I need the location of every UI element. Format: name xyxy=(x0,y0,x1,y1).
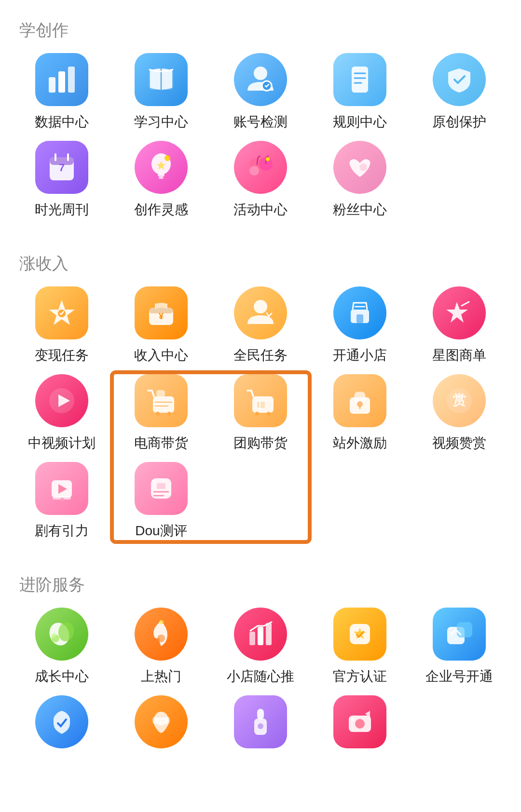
svg-rect-0 xyxy=(49,77,55,93)
icon-data-center xyxy=(35,53,88,106)
label-create-inspire: 创作灵感 xyxy=(134,201,188,219)
grid-item-fans-center[interactable]: 粉丝中心 xyxy=(313,141,407,219)
grid-item-create-inspire[interactable]: 创作灵感 xyxy=(114,141,208,219)
label-hot-topic: 上热门 xyxy=(141,667,181,686)
label-drama-gravity: 剧有引力 xyxy=(35,522,89,540)
icon-icon-b2 xyxy=(135,695,188,748)
svg-rect-1 xyxy=(58,71,65,93)
label-activity-center: 活动中心 xyxy=(233,201,288,219)
svg-point-56 xyxy=(160,620,164,624)
svg-point-35 xyxy=(167,412,171,416)
grid-item-time-weekly[interactable]: 7时光周刊 xyxy=(14,141,109,219)
svg-point-38 xyxy=(255,412,259,416)
grid-item-growth-center[interactable]: 成长中心 xyxy=(14,608,109,686)
icon-star-commerce xyxy=(433,286,486,339)
icon-rules-center xyxy=(333,53,386,106)
svg-rect-41 xyxy=(355,392,365,402)
label-monetize-task: 变现任务 xyxy=(35,346,89,365)
grid-item-enterprise-open[interactable]: 企业号开通 xyxy=(412,608,507,686)
grid-item-shop-promote[interactable]: 小店随心推 xyxy=(213,608,308,686)
label-income-center: 收入中心 xyxy=(134,346,188,365)
icon-mid-video xyxy=(35,374,88,427)
label-enterprise-open: 企业号开通 xyxy=(425,667,493,686)
icon-external-incentive xyxy=(333,374,386,427)
section-title-learn: 学创作 xyxy=(14,0,507,53)
grid-item-mid-video[interactable]: 中视频计划 xyxy=(14,374,109,452)
grid-item-activity-center[interactable]: 活动中心 xyxy=(213,141,308,219)
label-mid-video: 中视频计划 xyxy=(28,434,96,452)
grid-item-icon-b3[interactable] xyxy=(213,695,308,748)
icon-video-reward: 赏 xyxy=(433,374,486,427)
label-account-detect: 账号检测 xyxy=(233,113,288,131)
grid-item-original-protect[interactable]: 原创保护 xyxy=(412,53,507,131)
icon-original-protect xyxy=(433,53,486,106)
grid-item-rules-center[interactable]: 规则中心 xyxy=(313,53,407,131)
svg-point-70 xyxy=(355,719,365,729)
label-learn-center: 学习中心 xyxy=(134,113,188,131)
grid-item-star-commerce[interactable]: 星图商单 xyxy=(412,286,507,365)
svg-rect-31 xyxy=(356,314,363,323)
svg-rect-17 xyxy=(158,174,165,176)
grid-item-ecom-goods[interactable]: 电商带货 xyxy=(114,374,208,452)
svg-rect-57 xyxy=(249,632,255,645)
grid-item-account-detect[interactable]: 账号检测 xyxy=(213,53,308,131)
grid-item-monetize-task[interactable]: 变现任务 xyxy=(14,286,109,365)
svg-point-23 xyxy=(266,157,270,161)
label-original-protect: 原创保护 xyxy=(432,113,486,131)
label-rules-center: 规则中心 xyxy=(333,113,387,131)
label-shop-promote: 小店随心推 xyxy=(227,667,294,686)
icon-shop-promote xyxy=(234,608,287,661)
label-ecom-goods: 电商带货 xyxy=(134,434,188,452)
icon-create-inspire xyxy=(135,141,188,194)
svg-point-55 xyxy=(157,635,165,642)
grid-item-official-cert[interactable]: 官方认证 xyxy=(313,608,407,686)
grid-item-all-task[interactable]: 全民任务 xyxy=(213,286,308,365)
icon-growth-center xyxy=(35,608,88,661)
label-fans-center: 粉丝中心 xyxy=(333,201,387,219)
svg-text:¥: ¥ xyxy=(159,311,164,321)
svg-point-34 xyxy=(156,412,160,416)
svg-rect-58 xyxy=(258,627,263,645)
grid-item-icon-b2[interactable] xyxy=(114,695,208,748)
grid-item-icon-b4[interactable] xyxy=(313,695,407,748)
svg-point-29 xyxy=(254,300,267,313)
svg-point-64 xyxy=(152,717,157,724)
grid-item-external-incentive[interactable]: 站外激励 xyxy=(313,374,407,452)
grid-item-open-shop[interactable]: 开通小店 xyxy=(313,286,407,365)
icon-activity-center xyxy=(234,141,287,194)
icon-hot-topic xyxy=(135,608,188,661)
label-time-weekly: 时光周刊 xyxy=(35,201,89,219)
grid-item-income-center[interactable]: ¥收入中心 xyxy=(114,286,208,365)
label-official-cert: 官方认证 xyxy=(333,667,387,686)
svg-point-39 xyxy=(267,412,271,416)
grid-item-video-reward[interactable]: 赏视频赞赏 xyxy=(412,374,507,452)
icon-all-task xyxy=(234,286,287,339)
label-star-commerce: 星图商单 xyxy=(432,346,486,365)
svg-text:赏: 赏 xyxy=(452,392,466,407)
grid-item-group-buy[interactable]: 团购带货 xyxy=(213,374,308,452)
svg-text:7: 7 xyxy=(59,162,65,174)
grid-item-dou-review[interactable]: Dou测评 xyxy=(114,462,208,540)
icon-icon-b3 xyxy=(234,695,287,748)
icon-icon-b4 xyxy=(333,695,386,748)
label-growth-center: 成长中心 xyxy=(35,667,89,686)
icon-learn-center xyxy=(135,53,188,106)
icon-income-center: ¥ xyxy=(135,286,188,339)
grid-item-learn-center[interactable]: 学习中心 xyxy=(114,53,208,131)
label-open-shop: 开通小店 xyxy=(333,346,387,365)
icon-open-shop xyxy=(333,286,386,339)
icon-account-detect xyxy=(234,53,287,106)
icon-drama-gravity xyxy=(35,462,88,515)
svg-rect-18 xyxy=(159,176,164,179)
icon-official-cert xyxy=(333,608,386,661)
grid-item-icon-b1[interactable] xyxy=(14,695,109,748)
label-external-incentive: 站外激励 xyxy=(333,434,387,452)
grid-item-drama-gravity[interactable]: 剧有引力 xyxy=(14,462,109,540)
svg-rect-7 xyxy=(352,67,368,93)
svg-rect-66 xyxy=(257,709,264,719)
grid-item-data-center[interactable]: 数据中心 xyxy=(14,53,109,131)
svg-point-19 xyxy=(165,155,170,161)
learn-grid: 数据中心学习中心账号检测规则中心原创保护7时光周刊创作灵感活动中心粉丝中心 xyxy=(14,53,507,219)
grid-item-hot-topic[interactable]: 上热门 xyxy=(114,608,208,686)
income-grid: 变现任务¥收入中心全民任务开通小店星图商单中视频计划电商带货团购带货站外激励赏视… xyxy=(14,286,507,540)
